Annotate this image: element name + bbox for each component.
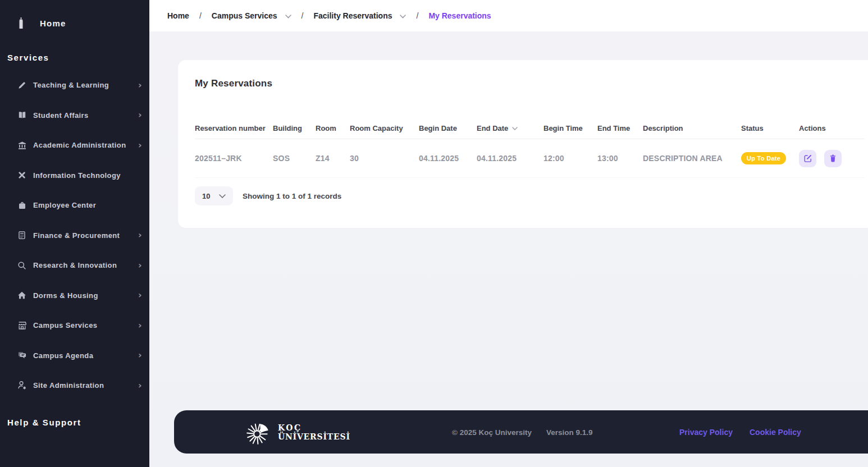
sort-chevron-icon[interactable] bbox=[512, 127, 518, 130]
logo-line2: ÜNİVERSİTESİ bbox=[278, 432, 350, 441]
sidebar-item-label: Research & Innovation bbox=[33, 261, 117, 269]
cookie-policy-link[interactable]: Cookie Policy bbox=[750, 428, 801, 437]
person-gear-icon bbox=[17, 381, 27, 390]
chat-icon bbox=[17, 351, 27, 360]
sidebar-item-label: Site Administration bbox=[33, 381, 104, 390]
magnifier-icon bbox=[17, 261, 27, 270]
breadcrumb-separator: / bbox=[301, 11, 304, 20]
breadcrumb-campus-services[interactable]: Campus Services bbox=[212, 11, 277, 20]
bank-icon bbox=[17, 141, 27, 150]
sidebar-nav: Teaching & Learning › Student Affairs › … bbox=[0, 70, 149, 401]
tools-icon bbox=[17, 171, 27, 180]
pencil-icon bbox=[17, 81, 27, 90]
privacy-policy-link[interactable]: Privacy Policy bbox=[679, 428, 733, 437]
services-section-header: Services bbox=[0, 53, 149, 62]
cell-reservation-number: 202511–JRK bbox=[195, 154, 273, 163]
cell-status: Up To Date bbox=[741, 152, 799, 164]
sidebar-item-label: Student Affairs bbox=[33, 111, 89, 120]
chevron-right-icon: › bbox=[138, 381, 142, 390]
cell-actions bbox=[799, 150, 865, 167]
column-header-begin-time: Begin Time bbox=[543, 124, 597, 132]
records-summary: Showing 1 to 1 of 1 records bbox=[243, 192, 341, 200]
calculator-icon bbox=[17, 231, 27, 240]
sidebar-item-home[interactable]: Home bbox=[0, 0, 149, 29]
breadcrumb-separator: / bbox=[199, 11, 202, 20]
sidebar-item-employee-center[interactable]: Employee Center bbox=[0, 190, 149, 221]
delete-button[interactable] bbox=[824, 150, 842, 167]
pagination: 10 Showing 1 to 1 of 1 records bbox=[195, 186, 865, 205]
page-size-select[interactable]: 10 bbox=[195, 186, 233, 205]
home-label: Home bbox=[40, 19, 66, 28]
page-size-value: 10 bbox=[202, 192, 210, 200]
footer: KOÇ ÜNİVERSİTESİ © 2025 Koç University V… bbox=[174, 410, 868, 454]
copyright-text: © 2025 Koç University bbox=[452, 428, 532, 436]
sidebar-item-dorms-housing[interactable]: Dorms & Housing › bbox=[0, 281, 149, 311]
cell-begin-date: 04.11.2025 bbox=[419, 154, 477, 163]
cell-begin-time: 12:00 bbox=[543, 154, 597, 163]
sidebar-item-teaching-learning[interactable]: Teaching & Learning › bbox=[0, 70, 149, 100]
chevron-right-icon: › bbox=[138, 81, 142, 90]
page-title: My Reservations bbox=[195, 78, 865, 89]
sidebar-item-label: Campus Agenda bbox=[33, 351, 93, 360]
sidebar-item-academic-administration[interactable]: Academic Administration › bbox=[0, 130, 149, 161]
sidebar-item-label: Campus Services bbox=[33, 321, 97, 329]
column-header-end-time: End Time bbox=[597, 124, 643, 132]
column-header-end-date[interactable]: End Date bbox=[477, 124, 543, 132]
version-text: Version 9.1.9 bbox=[546, 428, 593, 436]
logo-text: KOÇ ÜNİVERSİTESİ bbox=[278, 423, 350, 441]
sidebar-item-site-administration[interactable]: Site Administration › bbox=[0, 370, 149, 401]
breadcrumb-facility-reservations[interactable]: Facility Reservations bbox=[313, 11, 392, 20]
content-area: My Reservations Reservation number Build… bbox=[149, 31, 868, 467]
sidebar-item-label: Teaching & Learning bbox=[33, 81, 109, 89]
sidebar-item-information-technology[interactable]: Information Technology bbox=[0, 161, 149, 191]
sidebar-item-campus-services[interactable]: Campus Services › bbox=[0, 310, 149, 341]
logo-line1: KOÇ bbox=[278, 423, 350, 432]
sidebar-item-label: Academic Administration bbox=[33, 141, 126, 149]
column-header-room-capacity: Room Capacity bbox=[350, 124, 419, 132]
cell-description: DESCRIPTION AREA bbox=[643, 154, 741, 163]
chevron-right-icon: › bbox=[138, 111, 142, 120]
chevron-right-icon: › bbox=[138, 291, 142, 300]
sidebar-item-label: Finance & Procurement bbox=[33, 231, 120, 240]
edit-pencil-icon bbox=[803, 154, 812, 163]
sidebar-item-finance-procurement[interactable]: Finance & Procurement › bbox=[0, 221, 149, 251]
cell-building: SOS bbox=[273, 154, 316, 163]
chevron-right-icon: › bbox=[138, 321, 142, 330]
tower-icon bbox=[17, 17, 25, 29]
chevron-down-icon[interactable] bbox=[285, 15, 291, 19]
trash-icon bbox=[829, 154, 837, 163]
storefront-icon bbox=[17, 321, 27, 330]
chevron-down-icon bbox=[219, 194, 226, 198]
sidebar-item-student-affairs[interactable]: Student Affairs › bbox=[0, 100, 149, 131]
column-header-actions: Actions bbox=[799, 124, 865, 132]
main-area: Home / Campus Services / Facility Reserv… bbox=[149, 0, 868, 467]
status-badge: Up To Date bbox=[741, 152, 786, 164]
breadcrumb-current-my-reservations[interactable]: My Reservations bbox=[428, 11, 491, 20]
house-icon bbox=[17, 291, 27, 300]
sidebar: Home Services Teaching & Learning › Stud… bbox=[0, 0, 149, 467]
column-header-begin-date: Begin Date bbox=[419, 124, 477, 132]
chevron-right-icon: › bbox=[138, 261, 142, 270]
cell-room: Z14 bbox=[316, 154, 350, 163]
cell-end-date: 04.11.2025 bbox=[477, 154, 543, 163]
column-header-description: Description bbox=[643, 124, 741, 132]
my-reservations-card: My Reservations Reservation number Build… bbox=[178, 60, 868, 228]
column-header-building: Building bbox=[273, 124, 316, 132]
university-logo: KOÇ ÜNİVERSİTESİ bbox=[246, 419, 350, 445]
sidebar-item-label: Information Technology bbox=[33, 171, 121, 180]
sidebar-item-campus-agenda[interactable]: Campus Agenda › bbox=[0, 341, 149, 371]
column-header-room: Room bbox=[316, 124, 350, 132]
help-support-section-header: Help & Support bbox=[0, 418, 149, 427]
column-header-status: Status bbox=[741, 124, 799, 132]
chevron-right-icon: › bbox=[138, 231, 142, 240]
breadcrumb-separator: / bbox=[416, 11, 418, 20]
briefcase-icon bbox=[17, 201, 27, 210]
edit-button[interactable] bbox=[799, 150, 816, 167]
breadcrumb-home[interactable]: Home bbox=[167, 11, 189, 20]
chevron-down-icon[interactable] bbox=[400, 15, 406, 19]
sidebar-item-research-innovation[interactable]: Research & Innovation › bbox=[0, 250, 149, 281]
chevron-right-icon: › bbox=[138, 351, 142, 360]
book-icon bbox=[17, 111, 27, 120]
sidebar-item-label: Dorms & Housing bbox=[33, 291, 98, 300]
table-header-row: Reservation number Building Room Room Ca… bbox=[195, 124, 865, 139]
